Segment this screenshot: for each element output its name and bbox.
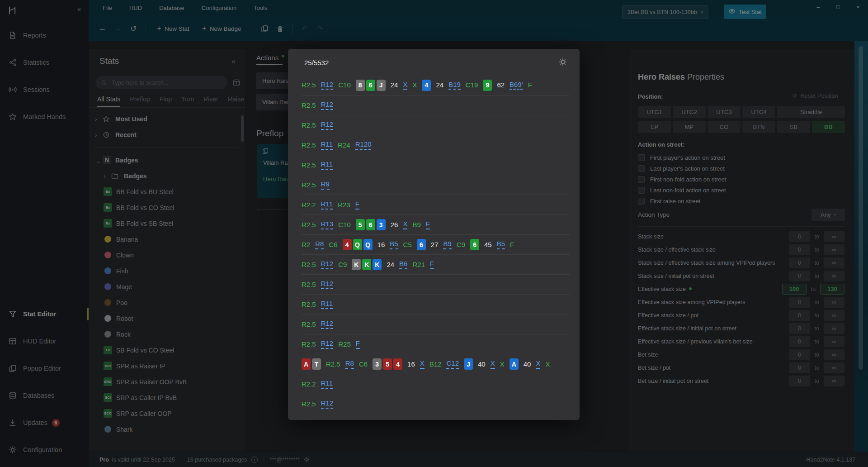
action-token: R2.5 — [302, 340, 316, 348]
action-token: 16 — [377, 241, 385, 248]
hand-history-row[interactable]: R2.5R12 — [302, 394, 570, 414]
action-token: 24 — [436, 81, 443, 89]
hand-history-row[interactable]: R2.5R11 — [302, 294, 570, 314]
hand-history-row[interactable]: R2R8C64QQ16B5C5627B9C9645B5F — [302, 234, 570, 254]
action-token: R11 — [321, 160, 333, 169]
action-token: 16 — [407, 360, 415, 368]
action-token: R12 — [321, 100, 334, 110]
action-token: C12 — [446, 359, 459, 368]
card-diamond: J — [464, 358, 473, 370]
action-token: R12 — [321, 280, 334, 289]
action-token: R12 — [321, 399, 334, 408]
card-spade: T — [312, 358, 321, 370]
card-club: 6 — [366, 80, 375, 91]
action-token: X — [403, 220, 407, 229]
hand-history-row[interactable]: R2.5R13C1056326XB9F — [302, 214, 570, 234]
action-token: R2.5 — [302, 161, 316, 169]
card-club: 5 — [356, 219, 365, 230]
action-token: 27 — [431, 241, 439, 248]
action-token: R2.5 — [302, 400, 316, 408]
hand-history-row[interactable]: R2.2R11R23F — [302, 195, 570, 214]
action-token: 62 — [497, 81, 505, 89]
hand-history-row[interactable]: R2.2R11 — [302, 374, 570, 394]
hand-history-row[interactable]: R2.5R11R24R120 — [302, 135, 570, 155]
action-token: R9 — [321, 180, 330, 189]
card-spade: J — [377, 80, 386, 91]
action-token: R11 — [321, 140, 333, 149]
hand-history-list: R2.5R12C1086J24XX424B19C19962B69'FR2.5R1… — [288, 75, 580, 414]
action-token: X — [420, 359, 425, 368]
action-token: F — [528, 81, 532, 89]
action-token: C6 — [329, 241, 337, 248]
action-token: R2.5 — [326, 360, 340, 368]
action-token: B5 — [390, 240, 398, 249]
hand-counter: 25/5532 — [304, 59, 329, 67]
action-token: R2.5 — [302, 101, 316, 109]
action-token: C9 — [338, 261, 347, 268]
action-token: R2.5 — [302, 261, 316, 268]
card-spade: 3 — [373, 358, 382, 370]
action-token: R2.5 — [302, 221, 316, 229]
action-token: 40 — [524, 360, 531, 368]
hand-history-row[interactable]: R2.5R12 — [302, 95, 570, 115]
card-diamond: A — [509, 358, 519, 370]
action-token: F — [426, 220, 430, 229]
hand-history-row[interactable]: R2.5R12 — [302, 115, 570, 135]
action-token: R21 — [412, 261, 425, 268]
card-club: 6 — [470, 239, 479, 250]
action-token: R2.5 — [302, 181, 316, 189]
card-diamond: 6 — [417, 239, 426, 250]
card-diamond: K — [373, 259, 382, 270]
action-token: R8 — [345, 359, 354, 368]
hand-history-row[interactable]: R2.5R12C9KKK24B6R21F — [302, 254, 570, 274]
action-token: R2 — [302, 241, 310, 248]
hand-history-row[interactable]: R2.5R12R25F — [302, 334, 570, 354]
popup-settings-icon[interactable] — [559, 58, 567, 68]
action-token: R12 — [321, 120, 334, 129]
action-token: R2.5 — [302, 81, 316, 89]
hand-history-row[interactable]: ATR2.5R8C635416XB12C12J40XXA40XX — [302, 354, 570, 374]
action-token: B12 — [429, 360, 442, 368]
action-token: F — [356, 339, 360, 348]
card-diamond: Q — [363, 239, 373, 250]
action-token: R2.5 — [302, 300, 316, 308]
hand-history-row[interactable]: R2.5R12 — [302, 274, 570, 294]
hand-history-row[interactable]: R2.5R11 — [302, 155, 570, 175]
action-token: R2.2 — [302, 201, 316, 209]
action-token: 24 — [391, 81, 398, 89]
action-token: 26 — [391, 221, 398, 229]
action-token: C9 — [457, 241, 465, 248]
action-token: R11 — [321, 300, 333, 309]
action-token: R12 — [321, 260, 334, 269]
hand-history-popup: 25/5532 R2.5R12C1086J24XX424B19C19962B69… — [288, 49, 580, 420]
card-diamond: 3 — [377, 219, 386, 230]
hand-history-row[interactable]: R2.5R12 — [302, 314, 570, 334]
action-token: B6 — [399, 260, 407, 269]
card-spade: 8 — [356, 80, 365, 91]
action-token: R12 — [321, 319, 334, 329]
action-token: R120 — [355, 140, 372, 149]
hand-history-row[interactable]: R2.5R9 — [302, 175, 570, 195]
action-token: F — [355, 200, 359, 209]
action-token: C5 — [403, 241, 412, 248]
action-token: R8 — [315, 240, 324, 249]
action-token: 45 — [484, 241, 492, 248]
action-token: R13 — [321, 220, 334, 229]
hand-history-row[interactable]: R2.5R12C1086J24XX424B19C19962B69'F — [302, 75, 570, 95]
action-token: B19 — [448, 81, 461, 90]
action-token: C19 — [466, 81, 478, 89]
action-token: R12 — [321, 81, 334, 90]
action-token: X — [403, 81, 407, 90]
action-token: X — [412, 81, 417, 89]
action-token: F — [430, 260, 434, 269]
card-diamond: 4 — [422, 80, 431, 91]
card-heart: A — [302, 358, 311, 370]
card-club: 9 — [483, 80, 492, 91]
action-token: R25 — [338, 340, 351, 348]
action-token: X — [545, 360, 550, 368]
action-token: X — [491, 359, 495, 368]
card-heart: 5 — [383, 358, 392, 370]
hand2note-app: FileHUDDatabaseConfigurationTools –□× ←→… — [0, 0, 868, 467]
action-token: F — [510, 241, 514, 248]
action-token: B9 — [443, 240, 451, 249]
